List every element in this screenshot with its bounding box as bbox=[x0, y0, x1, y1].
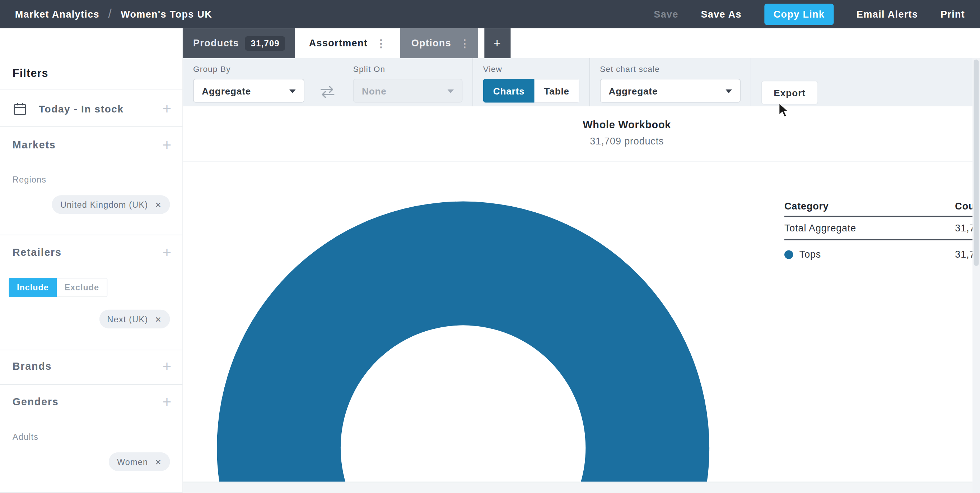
tab-assortment-label: Assortment bbox=[309, 37, 368, 48]
breadcrumb-separator: / bbox=[108, 7, 112, 21]
split-on-group: Split On None bbox=[343, 58, 473, 106]
retailer-chip-next[interactable]: Next (UK) ✕ bbox=[99, 310, 170, 329]
add-market-button[interactable]: + bbox=[162, 138, 171, 153]
add-brand-button[interactable]: + bbox=[162, 359, 171, 374]
close-icon[interactable]: ✕ bbox=[155, 457, 162, 466]
plus-icon: + bbox=[162, 244, 171, 261]
chevron-down-icon bbox=[290, 89, 296, 93]
calendar-icon bbox=[13, 101, 28, 119]
chart-title: Whole Workbook bbox=[582, 119, 671, 131]
regions-label: Regions bbox=[13, 175, 46, 184]
chip-label: Women bbox=[117, 457, 148, 466]
add-date-filter-button[interactable]: + bbox=[162, 101, 171, 116]
tab-products[interactable]: Products 31,709 bbox=[183, 28, 295, 58]
date-filter[interactable]: Today - In stock bbox=[39, 104, 124, 115]
exclude-toggle-button[interactable]: Exclude bbox=[57, 278, 107, 297]
export-group: Export bbox=[751, 58, 828, 106]
swap-group-split-button[interactable] bbox=[320, 85, 336, 101]
total-label: Total Aggregate bbox=[784, 222, 955, 234]
group-by-value: Aggregate bbox=[202, 86, 251, 96]
plus-icon: + bbox=[162, 358, 171, 375]
group-by-select[interactable]: Aggregate bbox=[193, 79, 304, 102]
split-on-select[interactable]: None bbox=[353, 79, 463, 102]
series-label: Tops bbox=[799, 249, 821, 260]
divider bbox=[0, 349, 182, 350]
breadcrumb-root[interactable]: Market Analytics bbox=[15, 9, 99, 20]
adults-label: Adults bbox=[13, 432, 38, 442]
view-segmented-control: Charts Table bbox=[483, 79, 579, 102]
chevron-down-icon bbox=[448, 89, 454, 93]
email-alerts-button[interactable]: Email Alerts bbox=[856, 9, 918, 20]
charts-view-label: Charts bbox=[493, 86, 525, 96]
workbook-tabs: Products 31,709 Assortment ⋮ Options ⋮ + bbox=[183, 28, 511, 58]
swap-icon bbox=[320, 85, 336, 99]
tab-options-label: Options bbox=[411, 37, 451, 48]
legend-table-total-row: Total Aggregate 31,709 bbox=[784, 217, 972, 240]
print-button[interactable]: Print bbox=[940, 9, 965, 20]
plus-icon: + bbox=[162, 137, 171, 153]
close-icon[interactable]: ✕ bbox=[155, 314, 162, 324]
add-tab-button[interactable]: + bbox=[484, 28, 511, 58]
save-as-button[interactable]: Save As bbox=[701, 9, 741, 20]
plus-icon: + bbox=[162, 100, 171, 117]
genders-section-header: Genders bbox=[13, 396, 59, 408]
chart-scale-select[interactable]: Aggregate bbox=[600, 79, 741, 102]
brands-section-header: Brands bbox=[13, 361, 52, 372]
products-count-badge: 31,709 bbox=[245, 36, 285, 50]
topbar-actions: Save Save As Copy Link Email Alerts Prin… bbox=[654, 3, 965, 25]
view-label: View bbox=[483, 64, 579, 73]
chart-subtitle: 31,709 products bbox=[590, 136, 664, 147]
group-by-group: Group By Aggregate bbox=[183, 58, 315, 106]
table-view-button[interactable]: Table bbox=[535, 79, 579, 102]
split-on-value: None bbox=[362, 86, 387, 96]
chevron-down-icon bbox=[725, 89, 732, 93]
close-icon[interactable]: ✕ bbox=[155, 200, 162, 209]
vertical-scrollbar-track bbox=[972, 58, 980, 493]
kebab-menu-icon[interactable]: ⋮ bbox=[376, 38, 387, 48]
filters-title: Filters bbox=[13, 67, 48, 80]
topbar: Market Analytics / Women's Tops UK Save … bbox=[0, 0, 980, 28]
legend-table-row-tops[interactable]: Tops 31,709 bbox=[784, 240, 972, 269]
copy-link-button[interactable]: Copy Link bbox=[764, 3, 834, 25]
tab-assortment[interactable]: Assortment ⋮ bbox=[296, 28, 395, 58]
vertical-scrollbar-thumb[interactable] bbox=[974, 59, 979, 266]
chart-scale-group: Set chart scale Aggregate bbox=[589, 58, 751, 106]
divider bbox=[0, 126, 182, 127]
tab-options[interactable]: Options ⋮ bbox=[400, 28, 478, 58]
chart-toolbar: Group By Aggregate Split On None bbox=[183, 58, 972, 106]
save-button[interactable]: Save bbox=[654, 9, 678, 20]
add-gender-button[interactable]: + bbox=[162, 395, 171, 410]
series-value: 31,709 bbox=[955, 249, 972, 260]
split-on-label: Split On bbox=[353, 64, 463, 73]
app-window: Market Analytics / Women's Tops UK Save … bbox=[0, 0, 980, 493]
legend-table: Category Count Total Aggregate 31,709 To… bbox=[784, 197, 972, 269]
tab-products-label: Products bbox=[193, 37, 239, 48]
chip-label: Next (UK) bbox=[107, 314, 148, 324]
legend-dot bbox=[784, 250, 793, 259]
donut-chart-segment-tops[interactable] bbox=[217, 202, 710, 493]
legend-table-header: Category Count bbox=[784, 197, 972, 217]
total-value: 31,709 bbox=[955, 222, 972, 234]
breadcrumb-current: Women's Tops UK bbox=[121, 9, 212, 20]
column-header-category: Category bbox=[784, 201, 955, 212]
export-button[interactable]: Export bbox=[761, 81, 818, 105]
region-chip-united-kingdom[interactable]: United Kingdom (UK) ✕ bbox=[52, 195, 170, 214]
breadcrumb: Market Analytics / Women's Tops UK bbox=[15, 7, 212, 21]
plus-icon: + bbox=[493, 36, 501, 50]
chip-label: United Kingdom (UK) bbox=[60, 200, 148, 209]
column-header-count: Count bbox=[955, 201, 972, 212]
divider bbox=[0, 384, 182, 385]
gender-chip-women[interactable]: Women ✕ bbox=[109, 452, 170, 471]
table-view-label: Table bbox=[544, 86, 569, 96]
include-toggle-button[interactable]: Include bbox=[9, 278, 57, 297]
kebab-menu-icon[interactable]: ⋮ bbox=[460, 38, 471, 48]
donut-hole bbox=[340, 325, 585, 493]
divider bbox=[183, 161, 972, 162]
charts-view-button[interactable]: Charts bbox=[483, 79, 535, 102]
markets-section-header: Markets bbox=[13, 139, 56, 151]
chart-content: Whole Workbook 31,709 products Category … bbox=[183, 106, 972, 493]
include-exclude-toggle: Include Exclude bbox=[9, 278, 107, 297]
add-retailer-button[interactable]: + bbox=[162, 245, 171, 260]
horizontal-scrollbar-track[interactable] bbox=[183, 482, 972, 493]
filters-sidebar: Filters Today - In stock + Markets + Reg… bbox=[0, 28, 183, 493]
